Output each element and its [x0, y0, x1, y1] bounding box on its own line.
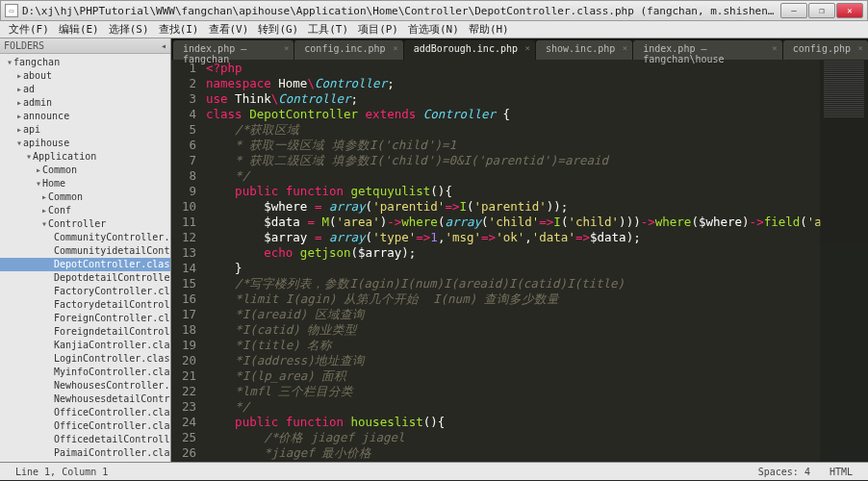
- sidebar-header: FOLDERS ◂: [0, 38, 170, 54]
- tab-close-icon[interactable]: ×: [623, 43, 627, 53]
- menu-view[interactable]: 查看(V): [204, 22, 254, 37]
- tab-close-icon[interactable]: ×: [525, 43, 530, 53]
- tree-item[interactable]: ▾Home: [0, 177, 170, 190]
- menu-select[interactable]: 选择(S): [104, 22, 154, 37]
- window-buttons: — ❐ ✕: [780, 3, 863, 18]
- tree-item[interactable]: ▸admin: [0, 96, 170, 110]
- tab[interactable]: index.php — fangchan×: [173, 40, 294, 60]
- menu-tools[interactable]: 工具(T): [303, 22, 353, 37]
- tab-close-icon[interactable]: ×: [858, 43, 863, 53]
- tab[interactable]: config.php×: [783, 40, 868, 60]
- titlebar: ▭ D:\xj\hj\PHPTutorial\WWW\fangchan\apih…: [0, 0, 868, 21]
- tree-item[interactable]: DepotController.class.php: [0, 258, 170, 271]
- tree-item[interactable]: ▸api: [0, 123, 170, 137]
- tab-close-icon[interactable]: ×: [284, 43, 289, 53]
- tree-item[interactable]: ▸Conf: [0, 204, 170, 217]
- tree-item[interactable]: ForeigndetailController.class.php: [0, 325, 170, 339]
- code-area[interactable]: 1234567891011121314151617181920212223242…: [171, 60, 868, 462]
- tree-item[interactable]: ▸announce: [0, 110, 170, 123]
- chevron-left-icon[interactable]: ◂: [161, 40, 166, 51]
- tab[interactable]: addBorough.inc.php×: [404, 40, 535, 60]
- tree-item[interactable]: NewhousesdetailController.class.php: [0, 392, 170, 406]
- editor-area: index.php — fangchan×config.inc.php×addB…: [171, 38, 868, 462]
- menu-prefs[interactable]: 首选项(N): [403, 22, 464, 37]
- menu-help[interactable]: 帮助(H): [464, 22, 514, 37]
- menu-project[interactable]: 项目(P): [353, 22, 403, 37]
- tree-item[interactable]: CommunityController.class.php: [0, 231, 170, 244]
- menu-edit[interactable]: 编辑(E): [54, 22, 104, 37]
- main-area: FOLDERS ◂ ▾fangchan▸about▸ad▸admin▸annou…: [0, 38, 868, 462]
- tree-item[interactable]: ▸about: [0, 69, 170, 83]
- tree-item[interactable]: OfficeController.class.php: [0, 419, 170, 433]
- line-numbers: 1234567891011121314151617181920212223242…: [171, 60, 204, 462]
- close-button[interactable]: ✕: [836, 3, 863, 18]
- status-position[interactable]: Line 1, Column 1: [6, 467, 117, 477]
- minimize-button[interactable]: —: [780, 3, 807, 18]
- menubar: 文件(F) 编辑(E) 选择(S) 查找(I) 查看(V) 转到(G) 工具(T…: [0, 21, 868, 38]
- tree-item[interactable]: ForeignController.class.php: [0, 312, 170, 325]
- sidebar: FOLDERS ◂ ▾fangchan▸about▸ad▸admin▸annou…: [0, 38, 171, 462]
- statusbar: Line 1, Column 1 Spaces: 4 HTML: [0, 462, 868, 480]
- minimap[interactable]: [820, 60, 868, 462]
- tree-item[interactable]: ▸Common: [0, 190, 170, 204]
- maximize-button[interactable]: ❐: [808, 3, 835, 18]
- tree-item[interactable]: DepotdetailController.class.php: [0, 271, 170, 285]
- tree-item[interactable]: ▾fangchan: [0, 56, 170, 69]
- tree-item[interactable]: FactoryController.class.php: [0, 285, 170, 298]
- tree-item[interactable]: OfficeController.class.php: [0, 406, 170, 419]
- sidebar-header-label: FOLDERS: [4, 40, 44, 51]
- tree-item[interactable]: PaimaiController.class.php: [0, 446, 170, 460]
- tab-close-icon[interactable]: ×: [393, 43, 397, 53]
- folder-tree[interactable]: ▾fangchan▸about▸ad▸admin▸announce▸api▾ap…: [0, 54, 170, 462]
- menu-file[interactable]: 文件(F): [4, 22, 54, 37]
- tab[interactable]: index.php — fangchan\house×: [633, 40, 782, 60]
- menu-goto[interactable]: 转到(G): [253, 22, 303, 37]
- tree-item[interactable]: OfficedetailController.class.php: [0, 433, 170, 446]
- code-lines[interactable]: <?php namespace Home\Controller; use Thi…: [204, 60, 868, 462]
- tab[interactable]: show.inc.php×: [536, 40, 632, 60]
- app-icon: ▭: [5, 4, 18, 17]
- tree-item[interactable]: LoginController.class.php: [0, 352, 170, 366]
- tree-item[interactable]: FactorydetailController.class.php: [0, 298, 170, 312]
- status-syntax[interactable]: HTML: [820, 467, 862, 477]
- tree-item[interactable]: KanjiaController.class.php: [0, 339, 170, 352]
- tab[interactable]: config.inc.php×: [294, 40, 402, 60]
- tree-item[interactable]: MyinfoController.class.php: [0, 366, 170, 379]
- tree-item[interactable]: ▸ad: [0, 83, 170, 96]
- tree-item[interactable]: ▸Common: [0, 164, 170, 177]
- tab-close-icon[interactable]: ×: [772, 43, 777, 53]
- status-spaces[interactable]: Spaces: 4: [749, 467, 820, 477]
- tree-item[interactable]: RentController.class.php: [0, 460, 170, 462]
- tree-item[interactable]: ▾Controller: [0, 217, 170, 231]
- tree-item[interactable]: CommunityidetailController.class.php: [0, 244, 170, 258]
- tree-item[interactable]: NewhousesController.class.php: [0, 379, 170, 392]
- tab-bar: index.php — fangchan×config.inc.php×addB…: [171, 38, 868, 60]
- tree-item[interactable]: ▾apihouse: [0, 137, 170, 150]
- window-title: D:\xj\hj\PHPTutorial\WWW\fangchan\apihou…: [22, 4, 780, 18]
- tree-item[interactable]: ▾Application: [0, 150, 170, 164]
- menu-find[interactable]: 查找(I): [154, 22, 204, 37]
